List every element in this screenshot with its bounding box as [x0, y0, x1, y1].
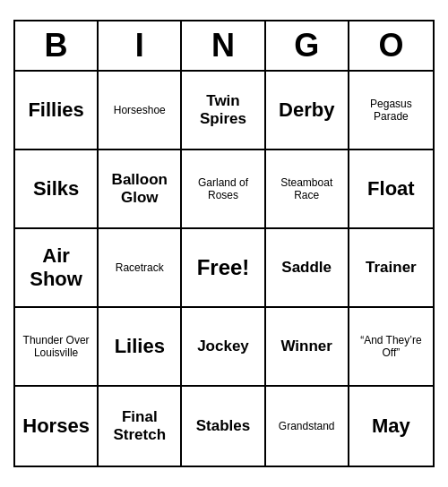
- bingo-grid: FilliesHorseshoeTwin SpiresDerbyPegasus …: [15, 72, 433, 466]
- cell-text-23: Grandstand: [279, 420, 335, 432]
- cell-text-21: Final Stretch: [102, 408, 177, 445]
- bingo-letter-N: N: [182, 21, 265, 70]
- bingo-cell-2: Twin Spires: [182, 72, 265, 150]
- cell-text-1: Horseshoe: [114, 104, 166, 116]
- bingo-cell-18: Winner: [266, 308, 349, 387]
- cell-text-7: Garland of Roses: [185, 176, 260, 202]
- cell-text-22: Stables: [196, 417, 250, 435]
- cell-text-17: Jockey: [197, 337, 249, 355]
- cell-text-8: Steamboat Race: [270, 176, 344, 202]
- cell-text-0: Fillies: [28, 98, 83, 122]
- bingo-cell-9: Float: [349, 150, 433, 229]
- cell-text-4: Pegasus Parade: [353, 98, 429, 124]
- bingo-cell-3: Derby: [266, 72, 349, 150]
- bingo-cell-17: Jockey: [182, 308, 265, 387]
- bingo-cell-8: Steamboat Race: [266, 150, 349, 229]
- bingo-letter-B: B: [15, 21, 99, 70]
- bingo-cell-1: Horseshoe: [99, 72, 182, 150]
- bingo-cell-20: Horses: [15, 387, 99, 466]
- cell-text-11: Racetrack: [116, 261, 164, 274]
- cell-text-18: Winner: [280, 337, 332, 355]
- bingo-cell-7: Garland of Roses: [182, 150, 265, 229]
- bingo-cell-12: Free!: [182, 229, 265, 308]
- bingo-cell-4: Pegasus Parade: [349, 72, 433, 150]
- cell-text-16: Lilies: [115, 335, 165, 358]
- cell-text-9: Float: [367, 177, 415, 201]
- bingo-cell-0: Fillies: [15, 72, 99, 150]
- cell-text-3: Derby: [279, 98, 334, 122]
- cell-text-19: “And They’re Off”: [353, 334, 429, 360]
- bingo-letter-G: G: [266, 21, 349, 70]
- bingo-cell-23: Grandstand: [266, 387, 349, 466]
- cell-text-14: Trainer: [366, 259, 417, 277]
- bingo-letter-O: O: [349, 21, 433, 70]
- bingo-cell-14: Trainer: [349, 229, 433, 308]
- bingo-cell-11: Racetrack: [99, 229, 182, 308]
- bingo-letter-I: I: [99, 21, 182, 70]
- bingo-cell-21: Final Stretch: [99, 387, 182, 466]
- bingo-cell-16: Lilies: [99, 308, 182, 387]
- bingo-cell-10: Air Show: [15, 229, 99, 308]
- bingo-cell-24: May: [349, 387, 433, 466]
- bingo-header: BINGO: [15, 21, 433, 72]
- cell-text-24: May: [372, 414, 410, 438]
- bingo-cell-22: Stables: [182, 387, 265, 466]
- bingo-cell-13: Saddle: [266, 229, 349, 308]
- bingo-cell-6: Balloon Glow: [99, 150, 182, 229]
- bingo-cell-15: Thunder Over Louisville: [15, 308, 99, 387]
- cell-text-10: Air Show: [19, 244, 93, 292]
- bingo-cell-19: “And They’re Off”: [349, 308, 433, 387]
- bingo-cell-5: Silks: [15, 150, 99, 229]
- cell-text-5: Silks: [33, 177, 79, 201]
- bingo-card: BINGO FilliesHorseshoeTwin SpiresDerbyPe…: [13, 20, 435, 467]
- cell-text-12: Free!: [197, 255, 250, 281]
- cell-text-13: Saddle: [281, 259, 332, 277]
- cell-text-2: Twin Spires: [185, 92, 260, 129]
- cell-text-6: Balloon Glow: [102, 171, 177, 208]
- cell-text-15: Thunder Over Louisville: [19, 334, 93, 360]
- cell-text-20: Horses: [22, 414, 90, 438]
